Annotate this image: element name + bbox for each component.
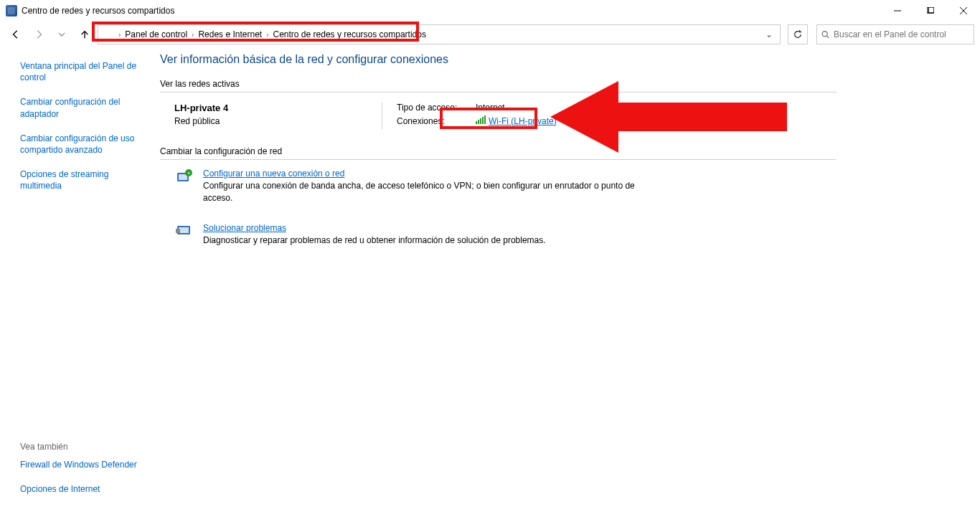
page-heading: Ver información básica de la red y confi… xyxy=(160,53,951,66)
network-name: LH-private 4 xyxy=(174,103,374,113)
active-networks-label: Ver las redes activas xyxy=(160,79,837,92)
sidebar-link-sharing[interactable]: Cambiar configuración de uso compartido … xyxy=(20,133,146,156)
setup-connection-link[interactable]: Configurar una nueva conexión o red xyxy=(203,169,344,179)
sidebar-link-adapter[interactable]: Cambiar configuración del adaptador xyxy=(20,96,146,119)
setup-connection-desc: Configurar una conexión de banda ancha, … xyxy=(203,180,648,204)
see-also-label: Vea también xyxy=(20,442,146,452)
refresh-button[interactable] xyxy=(788,24,808,44)
svg-text:+: + xyxy=(187,170,191,176)
close-button[interactable] xyxy=(947,0,980,22)
forward-button[interactable] xyxy=(29,24,49,44)
svg-rect-13 xyxy=(484,115,486,124)
svg-rect-11 xyxy=(480,118,481,124)
chevron-right-icon: › xyxy=(117,31,122,39)
breadcrumb-item[interactable]: Centro de redes y recursos compartidos xyxy=(270,29,429,39)
svg-line-8 xyxy=(827,36,829,37)
search-input[interactable] xyxy=(834,29,969,39)
svg-rect-19 xyxy=(179,227,189,233)
svg-rect-10 xyxy=(478,120,479,124)
address-dropdown[interactable]: ⌄ xyxy=(761,29,777,39)
troubleshoot-icon xyxy=(174,223,194,247)
breadcrumb-item[interactable]: Panel de control xyxy=(122,29,190,39)
change-network-label: Cambiar la configuración de red xyxy=(160,146,837,160)
search-box[interactable] xyxy=(816,24,974,44)
location-icon xyxy=(103,29,114,40)
breadcrumb-item[interactable]: Redes e Internet xyxy=(195,29,265,39)
svg-rect-2 xyxy=(928,7,934,13)
svg-rect-20 xyxy=(176,229,180,233)
svg-point-7 xyxy=(822,32,827,37)
back-button[interactable] xyxy=(6,24,26,44)
svg-rect-12 xyxy=(482,117,484,124)
access-type-label: Tipo de acceso: xyxy=(397,103,476,113)
see-also-firewall[interactable]: Firewall de Windows Defender xyxy=(20,459,146,470)
recent-locations-button[interactable] xyxy=(52,24,72,44)
new-connection-icon: + xyxy=(174,169,194,204)
window-title: Centro de redes y recursos compartidos xyxy=(22,6,174,16)
access-type-value: Internet xyxy=(476,103,505,113)
up-button[interactable] xyxy=(75,24,95,44)
svg-rect-9 xyxy=(476,121,477,124)
see-also-internet-options[interactable]: Opciones de Internet xyxy=(20,483,146,495)
wifi-signal-icon xyxy=(476,115,486,126)
control-panel-icon xyxy=(6,5,17,16)
troubleshoot-link[interactable]: Solucionar problemas xyxy=(203,223,286,233)
chevron-right-icon: › xyxy=(265,31,270,39)
network-type: Red pública xyxy=(174,116,374,126)
chevron-right-icon: › xyxy=(190,31,195,39)
address-bar[interactable]: › Panel de control › Redes e Internet › … xyxy=(98,24,781,44)
wifi-connection-link[interactable]: Wi-Fi (LH-private) xyxy=(476,115,557,126)
search-icon xyxy=(821,30,829,39)
maximize-button[interactable] xyxy=(914,0,947,22)
sidebar-link-home[interactable]: Ventana principal del Panel de control xyxy=(20,60,146,83)
wifi-connection-label: Wi-Fi (LH-private) xyxy=(489,116,557,126)
troubleshoot-desc: Diagnosticar y reparar problemas de red … xyxy=(203,234,546,247)
connections-label: Conexiones: xyxy=(397,116,476,126)
sidebar-link-streaming[interactable]: Opciones de streaming multimedia xyxy=(20,169,146,191)
minimize-button[interactable] xyxy=(881,0,914,22)
